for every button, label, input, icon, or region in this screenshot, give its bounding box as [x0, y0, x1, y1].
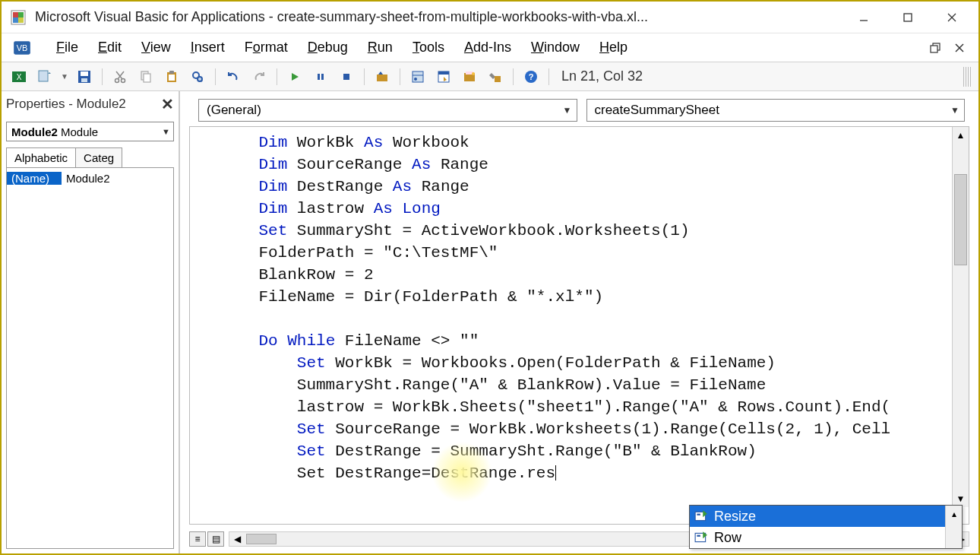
paste-button[interactable] — [162, 67, 182, 87]
menu-window[interactable]: Window — [531, 40, 580, 56]
menu-help[interactable]: Help — [599, 40, 628, 56]
svg-point-44 — [472, 72, 475, 75]
svg-rect-45 — [495, 76, 501, 82]
tab-categorized[interactable]: Categ — [75, 147, 122, 167]
intellisense-label: Row — [714, 530, 741, 546]
close-button[interactable] — [939, 7, 965, 28]
scroll-left-button[interactable]: ◀ — [229, 532, 245, 546]
reset-button[interactable] — [337, 67, 356, 87]
chevron-down-icon: ▼ — [950, 105, 959, 116]
minimize-button[interactable] — [851, 7, 877, 28]
chevron-down-icon: ▼ — [162, 127, 170, 136]
procedure-list-combo[interactable]: createSummarySheet ▼ — [586, 99, 966, 122]
object-browser-button[interactable] — [460, 67, 479, 87]
menu-view[interactable]: View — [141, 40, 171, 56]
svg-rect-36 — [377, 75, 387, 81]
svg-point-39 — [414, 78, 417, 81]
run-button[interactable] — [285, 67, 305, 87]
svg-rect-29 — [169, 75, 175, 81]
vb-logo-icon: VB — [12, 38, 32, 58]
svg-text:X: X — [17, 73, 22, 81]
menu-file[interactable]: File — [56, 40, 78, 56]
intellisense-label: Resize — [714, 509, 756, 525]
toolbar-grip — [963, 67, 971, 87]
properties-title-label: Properties - Module2 — [6, 97, 126, 112]
chevron-down-icon: ▼ — [563, 105, 572, 116]
title-bar: Microsoft Visual Basic for Applications … — [2, 2, 978, 33]
menu-insert[interactable]: Insert — [191, 40, 225, 56]
help-button[interactable]: ? — [521, 67, 541, 87]
menu-run[interactable]: Run — [368, 40, 393, 56]
properties-pane: Properties - Module2 ✕ Module2 Module ▼ … — [2, 91, 180, 553]
svg-rect-51 — [697, 535, 700, 537]
svg-text:VB: VB — [17, 43, 27, 52]
object-list-value: (General) — [207, 103, 261, 118]
copy-button[interactable] — [136, 67, 156, 87]
procedure-view-button[interactable]: ≡ — [189, 531, 206, 547]
svg-rect-49 — [697, 514, 700, 515]
app-icon — [9, 8, 27, 27]
svg-rect-19 — [81, 71, 88, 76]
insert-module-button[interactable] — [35, 67, 55, 87]
toolbox-button[interactable] — [485, 67, 505, 87]
menu-edit[interactable]: Edit — [98, 40, 122, 56]
menu-debug[interactable]: Debug — [308, 40, 348, 56]
find-button[interactable] — [188, 67, 207, 87]
menu-bar: VB File Edit View Insert Format Debug Ru… — [2, 33, 978, 62]
menu-addins[interactable]: Add-Ins — [464, 40, 511, 56]
property-icon — [694, 531, 708, 544]
svg-rect-41 — [438, 71, 449, 75]
property-key: (Name) — [7, 172, 62, 185]
intellisense-scrollbar[interactable]: ▴ — [945, 506, 962, 548]
properties-object-combo[interactable]: Module2 Module ▼ — [6, 122, 174, 141]
hscroll-thumb[interactable] — [246, 534, 277, 544]
properties-object-name: Module2 — [11, 125, 58, 138]
svg-rect-33 — [318, 74, 320, 80]
project-explorer-button[interactable] — [408, 67, 428, 87]
tab-alphabetic[interactable]: Alphabetic — [6, 147, 76, 167]
cut-button[interactable] — [110, 67, 130, 87]
save-button[interactable] — [74, 67, 94, 87]
svg-rect-3 — [13, 17, 18, 23]
menu-tools[interactable]: Tools — [413, 40, 444, 56]
svg-rect-4 — [18, 17, 24, 23]
design-mode-button[interactable] — [372, 67, 392, 87]
properties-close-button[interactable]: ✕ — [161, 95, 174, 113]
properties-window-button[interactable] — [434, 67, 454, 87]
procedure-list-value: createSummarySheet — [595, 103, 719, 118]
cursor-position-status: Ln 21, Col 32 — [561, 68, 643, 84]
properties-title-bar: Properties - Module2 ✕ — [2, 91, 179, 117]
svg-rect-28 — [169, 71, 174, 74]
svg-rect-37 — [413, 71, 423, 82]
svg-rect-6 — [904, 14, 912, 21]
svg-point-32 — [198, 77, 202, 81]
code-editor[interactable]: Dim WorkBk As Workbook Dim SourceRange A… — [189, 126, 969, 525]
object-list-combo[interactable]: (General) ▼ — [198, 99, 577, 122]
scroll-thumb[interactable] — [954, 174, 967, 265]
vertical-scrollbar[interactable]: ▲ ▼ — [952, 127, 969, 507]
excel-button[interactable]: X — [9, 67, 29, 87]
properties-grid[interactable]: (Name) Module2 — [6, 167, 174, 549]
svg-rect-26 — [144, 74, 150, 82]
mdi-restore-button[interactable] — [927, 40, 944, 56]
full-module-view-button[interactable]: ▤ — [207, 531, 224, 547]
code-area: (General) ▼ createSummarySheet ▼ Dim Wor… — [180, 91, 978, 553]
redo-button[interactable] — [249, 67, 269, 87]
svg-rect-17 — [39, 71, 48, 81]
property-row[interactable]: (Name) Module2 — [7, 168, 173, 188]
toolbar: X ▼ ? Ln 21, Col 32 — [2, 62, 978, 91]
intellisense-item[interactable]: Row — [690, 527, 962, 548]
svg-rect-1 — [13, 12, 18, 17]
menu-format[interactable]: Format — [245, 40, 288, 56]
svg-text:?: ? — [529, 72, 534, 81]
break-button[interactable] — [311, 67, 330, 87]
undo-button[interactable] — [223, 67, 243, 87]
maximize-button[interactable] — [895, 7, 921, 28]
intellisense-popup[interactable]: Resize Row ▴ — [689, 505, 963, 549]
svg-rect-34 — [321, 74, 324, 80]
property-value[interactable]: Module2 — [62, 172, 173, 185]
intellisense-item[interactable]: Resize — [690, 506, 962, 527]
scroll-up-button[interactable]: ▲ — [953, 127, 969, 144]
mdi-close-button[interactable] — [951, 40, 968, 56]
svg-rect-12 — [931, 46, 937, 52]
